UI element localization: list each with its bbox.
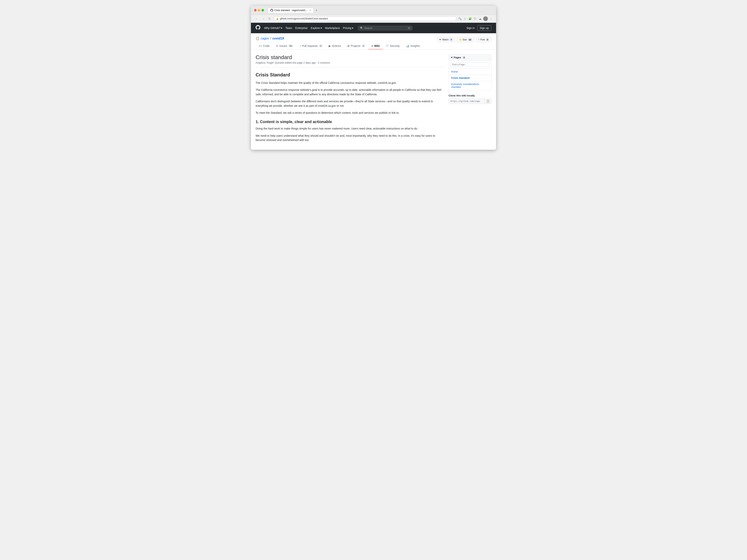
forward-button[interactable]: →	[261, 16, 266, 21]
sidebar-search-container	[449, 61, 491, 69]
github-logo-icon[interactable]	[256, 25, 260, 31]
menu-icon[interactable]: ⋮	[489, 17, 493, 21]
cloud-icon[interactable]: ☁	[478, 17, 482, 21]
browser-tab[interactable]: Crisis standard · cagov/covid1... ✕	[268, 8, 314, 12]
sidebar-pages-box: ▾ Pages 3 Home Crisis standard Inclusivi…	[448, 54, 491, 90]
tab-security[interactable]: 🛡 Security	[383, 43, 403, 49]
tab-issues[interactable]: ⊙ Issues 46	[273, 43, 296, 49]
fork-button[interactable]: ⑂ Fork 5	[476, 37, 491, 42]
address-bar[interactable]: 🔒 github.com/cagov/covid19/wiki/Crisis-s…	[274, 16, 456, 21]
chevron-down-icon: ▾	[352, 26, 353, 30]
tab-insights[interactable]: 📊 Insights	[403, 43, 423, 49]
close-button[interactable]	[254, 9, 257, 11]
wiki-para-2: The California coronavirus response webs…	[256, 88, 444, 97]
actions-icon: ▶	[329, 44, 331, 48]
nav-why-github[interactable]: Why GitHub? ▾	[264, 26, 282, 30]
path-separator: /	[270, 36, 271, 41]
fork-count: 5	[486, 38, 489, 41]
bookmark-icon[interactable]: ☆	[463, 17, 467, 21]
nav-team[interactable]: Team	[285, 26, 292, 30]
watch-label: Watch	[442, 38, 449, 41]
signin-button[interactable]: Sign in	[466, 26, 475, 30]
github-nav: Why GitHub? ▾ Team Enterprise Explore ▾ …	[251, 23, 496, 33]
tab-code[interactable]: <> Code	[256, 43, 273, 49]
wiki-sidebar: ▾ Pages 3 Home Crisis standard Inclusivi…	[448, 54, 491, 145]
star-icon: ⭐	[459, 38, 462, 41]
github-favicon-icon	[271, 9, 273, 12]
insights-icon: 📊	[406, 44, 409, 48]
search-box[interactable]: 🔍 Search /	[358, 26, 412, 30]
tab-pull-requests[interactable]: ⑂ Pull requests 3	[296, 43, 326, 49]
wiki-para-3: Californians don't distinguish between t…	[256, 99, 444, 108]
lock-icon: 🔒	[276, 18, 279, 20]
security-icon: 🛡	[386, 44, 389, 48]
pages-count: 3	[462, 56, 466, 59]
eye-icon: 👁	[439, 38, 441, 41]
wiki-para-4: To meet the Standard, we ask a series of…	[256, 111, 444, 115]
search-placeholder: Search	[364, 27, 372, 30]
repo-nav: <> Code ⊙ Issues 46 ⑂ Pull requests 3 ▶ …	[256, 43, 491, 49]
tab-actions[interactable]: ▶ Actions	[326, 43, 344, 49]
traffic-lights	[254, 9, 264, 11]
chevron-down-icon: ▾	[451, 56, 453, 59]
tab-title: Crisis standard · cagov/covid1...	[274, 9, 307, 12]
nav-pricing[interactable]: Pricing ▾	[343, 26, 353, 30]
minimize-button[interactable]	[258, 9, 260, 11]
fork-label: Fork	[480, 38, 485, 41]
code-icon: <>	[259, 44, 262, 48]
nav-marketplace[interactable]: Marketplace	[325, 26, 340, 30]
chevron-down-icon: ▾	[320, 26, 322, 30]
tab-close-icon[interactable]: ✕	[309, 9, 311, 12]
back-button[interactable]: ←	[254, 16, 259, 21]
repo-actions: 👁 Watch 7 ⭐ Star 16 ⑂ Fork 5	[437, 37, 491, 42]
sidebar-page-home[interactable]: Home	[449, 69, 491, 75]
repo-org-link[interactable]: cagov	[261, 37, 269, 40]
refresh-button[interactable]: ↻	[267, 16, 272, 21]
wiki-main-heading: Crisis Standard	[256, 72, 444, 78]
extensions-icon[interactable]: 🧩	[468, 17, 472, 21]
clone-wiki-section: Clone this wiki locally 📋	[448, 94, 491, 104]
signup-button[interactable]: Sign up	[477, 25, 491, 31]
new-tab-button[interactable]: +	[314, 8, 318, 12]
sidebar-page-inclusivity[interactable]: Inclusivity considerations checklist	[449, 81, 491, 90]
shield-icon[interactable]: 🛡	[473, 17, 477, 21]
wiki-page-title: Crisis standard	[256, 54, 444, 60]
browser-toolbar: ← → ↻ 🔒 github.com/cagov/covid19/wiki/Cr…	[251, 15, 496, 23]
wiki-section-para-1: Doing the hard work to make things simpl…	[256, 126, 444, 131]
watch-button[interactable]: 👁 Watch 7	[437, 37, 455, 42]
copy-icon: 📋	[486, 100, 490, 103]
tab-projects[interactable]: ⊞ Projects 2	[344, 43, 368, 49]
watch-count: 7	[449, 38, 453, 41]
fork-icon: ⑂	[478, 38, 480, 41]
star-button[interactable]: ⭐ Star 16	[457, 37, 474, 42]
tab-bar: Crisis standard · cagov/covid1... ✕ +	[268, 8, 493, 12]
nav-explore[interactable]: Explore ▾	[311, 26, 322, 30]
wiki-section-para-2: We need to help users understand what th…	[256, 134, 444, 142]
issues-icon: ⊙	[276, 44, 278, 48]
page-search-input[interactable]	[450, 62, 490, 67]
repo-name-link[interactable]: covid19	[272, 37, 284, 40]
wiki-meta: Angelica "Angie" Quirarte edited this pa…	[256, 61, 444, 68]
wiki-section-heading: 1. Content is simple, clear and actionab…	[256, 119, 444, 124]
pull-request-icon: ⑂	[300, 44, 301, 48]
url-text: github.com/cagov/covid19/wiki/Crisis-sta…	[280, 17, 454, 20]
sidebar-pages-header: ▾ Pages 3	[449, 54, 491, 61]
tab-wiki[interactable]: ≡ Wiki	[368, 43, 383, 49]
clone-url-input[interactable]	[449, 99, 485, 103]
clone-wiki-title: Clone this wiki locally	[448, 94, 491, 97]
repo-path: 📋 cagov / covid19	[256, 36, 284, 41]
main-content: Crisis standard Angelica "Angie" Quirart…	[251, 50, 496, 150]
nav-enterprise[interactable]: Enterprise	[295, 26, 308, 30]
clone-copy-button[interactable]: 📋	[485, 99, 491, 104]
toolbar-icons: 🔍 ☆ 🧩 🛡 ☁ ⋮	[458, 16, 493, 21]
sidebar-page-crisis-standard[interactable]: Crisis standard	[449, 75, 491, 81]
wiki-para-1: The Crisis Standard helps maintain the q…	[256, 81, 444, 85]
search-icon: 🔍	[360, 27, 363, 30]
wiki-content: Crisis standard Angelica "Angie" Quirart…	[256, 54, 444, 145]
search-icon[interactable]: 🔍	[458, 17, 462, 21]
wiki-icon: ≡	[371, 44, 373, 48]
repo-header: 📋 cagov / covid19 👁 Watch 7 ⭐ Star 16 ⑂	[251, 33, 496, 50]
avatar[interactable]	[483, 16, 488, 21]
clone-input-row: 📋	[448, 99, 491, 104]
maximize-button[interactable]	[261, 9, 264, 11]
